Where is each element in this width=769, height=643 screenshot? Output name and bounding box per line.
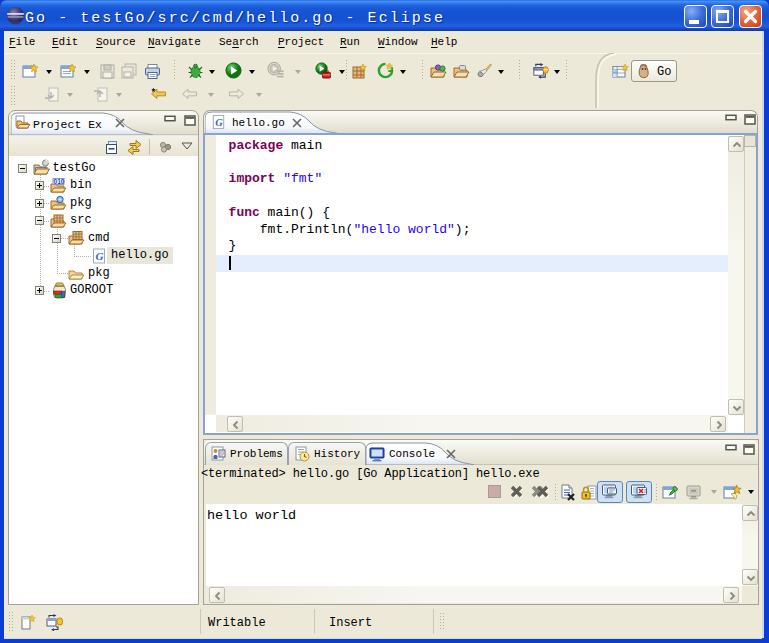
svg-text:010: 010: [54, 178, 65, 185]
svg-text:G: G: [96, 250, 104, 262]
svg-text:G: G: [215, 117, 223, 128]
